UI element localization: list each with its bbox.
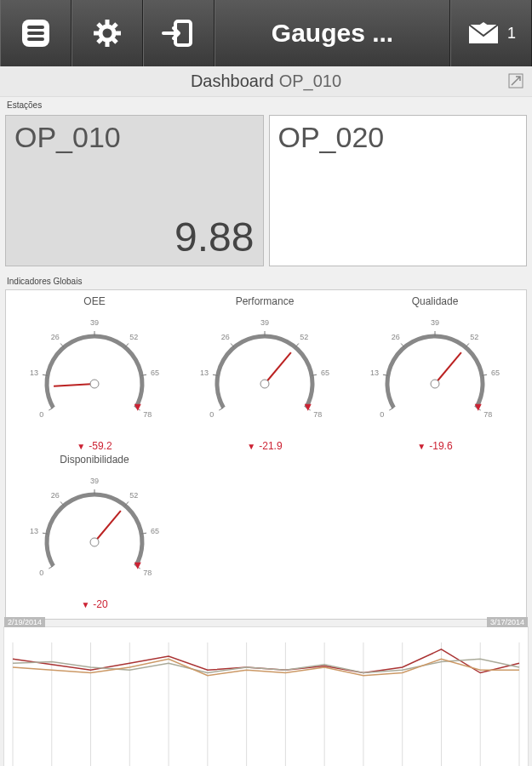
gauge-title: Performance [180,295,350,307]
svg-line-9 [98,24,101,27]
gauge-cell[interactable]: Disponibilidade0132639526578▼-20 [9,452,180,610]
chart-end-date: 3/17/2014 [487,617,528,627]
chart-start-date: 2/19/2014 [4,617,45,627]
import-icon [160,14,197,52]
svg-text:78: 78 [143,569,152,577]
expand-icon [508,73,523,89]
mail-icon [466,20,501,46]
chart-canvas [4,627,528,766]
breadcrumb-context: OP_010 [279,71,341,91]
svg-text:0: 0 [380,410,384,419]
svg-text:0: 0 [39,410,43,419]
svg-text:0: 0 [39,569,43,577]
mail-button[interactable]: 1 [450,0,532,66]
settings-button[interactable] [72,0,143,66]
svg-text:65: 65 [151,527,159,535]
breadcrumb-root: Dashboard [191,71,274,91]
svg-text:39: 39 [90,318,99,327]
svg-text:26: 26 [221,333,230,341]
indicators-label: Indicadores Globais [0,273,532,286]
indicators-panel: OEE0132639526578▼-59.2Performance0132639… [5,289,527,620]
gauge-title: Qualidade [350,295,520,307]
down-triangle-icon: ▼ [247,442,255,451]
gauges-grid: OEE0132639526578▼-59.2Performance0132639… [9,294,523,610]
svg-text:52: 52 [300,333,308,341]
top-toolbar: Gauges ... 1 [0,0,532,66]
svg-text:65: 65 [151,369,159,377]
gear-icon [89,14,126,52]
stations-label: Estações [0,97,532,110]
svg-text:26: 26 [51,333,60,341]
svg-line-47 [265,352,291,384]
down-triangle-icon: ▼ [81,600,89,609]
gauge-dial: 0132639526578 [188,307,341,443]
svg-text:13: 13 [200,369,209,377]
svg-point-13 [104,30,111,37]
svg-line-79 [94,511,121,542]
svg-text:39: 39 [90,477,99,485]
gauge-cell[interactable]: Qualidade0132639526578▼-19.6 [350,294,520,452]
svg-text:52: 52 [129,333,138,341]
down-triangle-icon: ▼ [77,442,85,451]
svg-text:26: 26 [51,491,60,500]
svg-text:13: 13 [30,369,38,377]
gauge-delta: ▼-59.2 [9,440,180,452]
svg-text:39: 39 [260,318,269,327]
station-card[interactable]: OP_020 [269,115,528,266]
page-title: Gauges ... [215,0,450,66]
svg-line-31 [54,384,94,386]
gauge-dial: 0132639526578 [18,466,171,602]
svg-rect-2 [27,31,44,35]
gauge-delta: ▼-20 [9,598,180,610]
svg-text:65: 65 [491,369,500,377]
expand-button[interactable] [508,73,523,93]
menu-button[interactable] [0,0,72,66]
station-name: OP_020 [278,121,518,154]
svg-text:65: 65 [321,369,329,377]
gauge-cell[interactable]: OEE0132639526578▼-59.2 [9,294,180,452]
gauge-title: OEE [9,295,180,307]
station-value: 9.88 [14,214,255,260]
svg-text:52: 52 [129,491,138,500]
svg-text:0: 0 [209,410,214,419]
svg-line-10 [113,24,117,27]
import-button[interactable] [143,0,215,66]
svg-line-63 [435,352,461,384]
gauge-delta: ▼-19.6 [350,440,520,452]
svg-text:13: 13 [30,527,38,535]
svg-rect-1 [27,26,44,29]
station-name: OP_010 [14,121,255,154]
svg-point-48 [260,380,269,388]
svg-rect-3 [27,37,44,41]
trend-chart[interactable]: 2/19/2014 3/17/2014 2/19/20142/21/20142/… [3,626,529,766]
svg-point-64 [431,380,439,388]
svg-point-32 [90,380,99,388]
svg-text:78: 78 [143,410,152,419]
gauge-delta: ▼-21.9 [180,440,350,452]
down-triangle-icon: ▼ [417,442,426,451]
gauge-dial: 0132639526578 [358,307,512,443]
svg-text:78: 78 [483,410,492,419]
svg-text:39: 39 [431,318,439,327]
menu-icon [17,14,54,52]
svg-text:52: 52 [470,333,478,341]
gauge-cell[interactable]: Performance0132639526578▼-21.9 [180,294,350,452]
svg-line-12 [113,39,117,43]
svg-point-80 [90,538,99,546]
station-card[interactable]: OP_0109.88 [5,115,264,266]
mail-count: 1 [507,25,516,43]
breadcrumb: Dashboard OP_010 [0,66,532,97]
gauge-dial: 0132639526578 [18,307,171,443]
gauge-title: Disponibilidade [9,454,180,466]
stations-row: OP_0109.88OP_020 [0,110,532,272]
svg-text:13: 13 [370,369,379,377]
svg-line-11 [98,39,101,43]
svg-text:78: 78 [313,410,322,419]
svg-text:26: 26 [392,333,400,341]
